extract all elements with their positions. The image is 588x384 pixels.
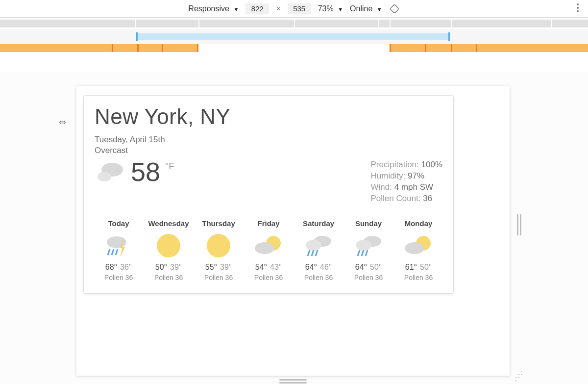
- viewport-height-input[interactable]: [288, 3, 311, 14]
- svg-rect-0: [390, 4, 399, 13]
- separator: [0, 66, 588, 66]
- wind-label: Wind:: [371, 182, 392, 192]
- humidity-value: 97%: [408, 171, 424, 180]
- condition-text: Overcast: [95, 146, 442, 155]
- day-pollen: Pollen 36: [344, 274, 392, 282]
- zoom-dropdown[interactable]: 73% ▼: [318, 4, 343, 13]
- day-icon: [145, 232, 193, 259]
- day-low: 46°: [320, 263, 332, 271]
- day-high: 64°: [355, 263, 367, 271]
- day-pollen: Pollen 36: [145, 274, 193, 282]
- day-icon: [245, 232, 293, 259]
- network-dropdown[interactable]: Online ▼: [350, 4, 382, 13]
- forecast-day[interactable]: Monday 61°50° Pollen 36: [394, 219, 442, 282]
- location-heading: New York, NY: [95, 104, 442, 129]
- day-pollen: Pollen 36: [195, 274, 243, 282]
- wind-value: 4 mph SW: [394, 182, 433, 192]
- date-text: Tuesday, April 15th: [95, 135, 442, 145]
- ruler-gray-top: [0, 20, 588, 27]
- svg-point-2: [577, 7, 579, 9]
- dropdown-triangle-icon: ▼: [377, 6, 382, 12]
- day-icon: [394, 232, 442, 259]
- svg-line-7: [108, 249, 110, 255]
- day-high: 61°: [405, 263, 417, 271]
- device-stage: ⇔ New York, NY Tuesday, April 15th Overc…: [0, 72, 588, 384]
- day-name: Friday: [245, 219, 293, 228]
- precip-label: Precipitation:: [371, 160, 419, 169]
- svg-point-5: [98, 172, 111, 181]
- network-label: Online: [350, 4, 372, 13]
- day-name: Sunday: [344, 219, 392, 228]
- forecast-day[interactable]: Sunday 64°50° Pollen 36: [344, 219, 392, 282]
- day-name: Today: [95, 219, 143, 228]
- overcast-cloud-icon: [95, 159, 126, 184]
- weather-card: New York, NY Tuesday, April 15th Overcas…: [83, 95, 454, 294]
- forecast-day[interactable]: Wednesday 50°39° Pollen 36: [145, 219, 193, 282]
- day-pollen: Pollen 36: [294, 274, 343, 282]
- svg-line-15: [312, 250, 314, 256]
- svg-line-16: [316, 250, 318, 256]
- svg-line-9: [116, 249, 118, 255]
- current-breakpoint-range: [136, 33, 450, 40]
- svg-point-13: [306, 240, 321, 251]
- day-low: 50°: [420, 263, 432, 271]
- day-high: 54°: [255, 263, 267, 271]
- day-name: Saturday: [294, 219, 343, 228]
- svg-line-14: [308, 250, 310, 256]
- day-low: 36°: [120, 263, 132, 271]
- svg-line-21: [366, 250, 368, 256]
- svg-line-8: [112, 249, 114, 255]
- day-pollen: Pollen 36: [95, 274, 143, 282]
- svg-point-3: [577, 10, 579, 12]
- forecast-day[interactable]: Today 68°36° Pollen 36: [95, 219, 143, 282]
- svg-point-6: [107, 236, 126, 248]
- forecast-day[interactable]: Friday 54°43° Pollen 36: [245, 219, 293, 282]
- precip-value: 100%: [421, 160, 442, 169]
- current-temp-block: 58 °F: [95, 156, 174, 187]
- viewport-resize-handle-bottom[interactable]: [279, 379, 307, 384]
- current-conditions-row: 58 °F Precipitation: 100% Humidity: 97% …: [95, 156, 442, 205]
- more-options-button[interactable]: [576, 3, 579, 15]
- viewport-width-input[interactable]: [245, 3, 269, 14]
- day-high: 50°: [155, 263, 167, 271]
- day-pollen: Pollen 36: [394, 274, 442, 282]
- kebab-icon: [576, 3, 579, 13]
- dropdown-triangle-icon: ▼: [233, 6, 239, 12]
- day-low: 39°: [220, 263, 232, 271]
- svg-point-11: [255, 242, 274, 254]
- day-high: 68°: [105, 263, 117, 271]
- breakpoint-ruler: [0, 20, 588, 52]
- forecast-row: Today 68°36° Pollen 36 Wednesday 50°39° …: [95, 219, 442, 282]
- viewport-resize-handle-right[interactable]: [514, 214, 523, 235]
- day-high: 64°: [305, 263, 317, 271]
- day-name: Wednesday: [145, 219, 193, 228]
- device-toolbar: Responsive ▼ × 73% ▼ Online ▼: [0, 0, 588, 18]
- pollen-label: Pollen Count:: [371, 194, 421, 203]
- dimension-separator: ×: [276, 4, 280, 13]
- day-pollen: Pollen 36: [245, 274, 293, 282]
- day-icon: [195, 232, 243, 259]
- temp-unit: °F: [165, 161, 174, 172]
- svg-point-1: [577, 3, 579, 5]
- day-name: Monday: [394, 219, 442, 228]
- pollen-value: 36: [423, 194, 432, 203]
- forecast-day[interactable]: Saturday 64°46° Pollen 36: [294, 219, 343, 282]
- dropdown-triangle-icon: ▼: [338, 6, 343, 12]
- weather-stats: Precipitation: 100% Humidity: 97% Wind: …: [371, 159, 443, 205]
- day-icon: [95, 232, 143, 259]
- rotate-device-button[interactable]: [389, 3, 400, 14]
- svg-point-23: [405, 242, 424, 254]
- svg-line-20: [362, 250, 364, 256]
- current-temp-value: 58: [131, 156, 160, 187]
- ruler-media-queries[interactable]: [0, 44, 588, 52]
- zoom-label: 73%: [318, 4, 334, 13]
- day-icon: [294, 232, 343, 259]
- device-mode-dropdown[interactable]: Responsive ▼: [188, 4, 239, 13]
- viewport-resize-handle-corner[interactable]: ⋰⋰: [514, 373, 522, 379]
- forecast-day[interactable]: Thursday 55°39° Pollen 36: [195, 219, 243, 282]
- day-low: 39°: [170, 263, 182, 271]
- rotate-icon: [389, 3, 400, 14]
- device-mode-label: Responsive: [188, 4, 229, 13]
- svg-line-19: [358, 250, 360, 256]
- device-viewport: New York, NY Tuesday, April 15th Overcas…: [76, 86, 510, 376]
